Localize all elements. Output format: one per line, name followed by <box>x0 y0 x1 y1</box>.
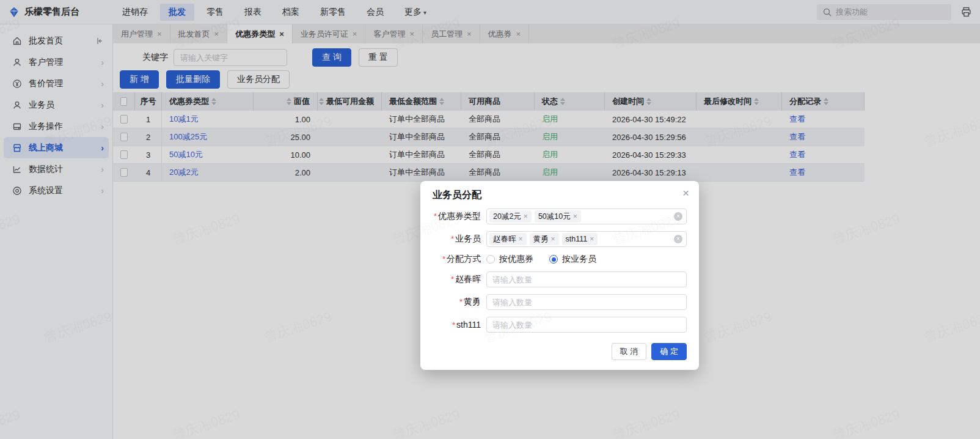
selected-tag: 黄勇× <box>530 233 559 245</box>
confirm-button[interactable]: 确 定 <box>651 343 687 360</box>
required-asterisk: * <box>451 234 454 243</box>
field-label: *sth111 <box>433 320 486 330</box>
assign-method-radio-group: 按优惠券 按业务员 <box>486 254 687 265</box>
required-asterisk: * <box>434 212 437 221</box>
remove-tag-icon[interactable]: × <box>590 235 594 243</box>
tag-label: 赵春晖 <box>493 234 516 245</box>
required-asterisk: * <box>451 275 454 284</box>
qty-field-row: *赵春晖 <box>433 271 687 287</box>
required-asterisk: * <box>442 254 445 264</box>
field-label: *业务员 <box>433 234 486 245</box>
field-label: *赵春晖 <box>433 274 486 285</box>
coupon-type-field-row: *优惠券类型 20减2元× 50减10元× × <box>433 208 687 224</box>
assign-method-field-row: *分配方式 按优惠券 按业务员 <box>433 254 687 265</box>
close-icon[interactable]: × <box>682 187 689 199</box>
radio-icon <box>486 255 495 264</box>
tag-label: 20减2元 <box>493 212 521 222</box>
dialog-footer: 取 消 确 定 <box>433 343 687 360</box>
radio-label: 按业务员 <box>562 254 596 265</box>
qty-input-huangyong[interactable] <box>486 294 687 310</box>
required-asterisk: * <box>452 320 455 330</box>
tag-label: 黄勇 <box>533 234 549 245</box>
tag-label: 50减10元 <box>538 212 571 222</box>
remove-tag-icon[interactable]: × <box>551 235 555 243</box>
selected-tag: 50减10元× <box>535 210 581 223</box>
radio-checked-icon <box>549 255 558 264</box>
selected-tag: sth111× <box>562 233 598 245</box>
field-label: *分配方式 <box>433 254 486 265</box>
qty-field-row: *黄勇 <box>433 294 687 310</box>
required-asterisk: * <box>459 297 463 306</box>
remove-tag-icon[interactable]: × <box>519 235 523 243</box>
remove-tag-icon[interactable]: × <box>573 212 577 221</box>
qty-input-zhaochunhui[interactable] <box>486 271 687 287</box>
selected-tag: 20减2元× <box>489 210 532 223</box>
cancel-button[interactable]: 取 消 <box>612 343 647 360</box>
tag-label: sth111 <box>566 235 588 243</box>
field-label: *黄勇 <box>433 297 486 308</box>
field-label: *优惠券类型 <box>433 211 486 222</box>
salesman-multiselect[interactable]: 赵春晖× 黄勇× sth111× × <box>486 231 687 247</box>
coupon-type-multiselect[interactable]: 20减2元× 50减10元× × <box>486 208 687 224</box>
clear-all-icon[interactable]: × <box>674 212 682 221</box>
radio-by-coupon[interactable]: 按优惠券 <box>486 254 533 265</box>
radio-label: 按优惠券 <box>499 254 533 265</box>
radio-by-salesman[interactable]: 按业务员 <box>549 254 596 265</box>
salesman-assign-dialog: 业务员分配 × *优惠券类型 20减2元× 50减10元× × *业务员 赵春晖… <box>420 181 699 370</box>
clear-all-icon[interactable]: × <box>674 235 682 243</box>
salesman-field-row: *业务员 赵春晖× 黄勇× sth111× × <box>433 231 687 247</box>
selected-tag: 赵春晖× <box>489 233 527 245</box>
qty-input-sth111[interactable] <box>486 317 687 333</box>
qty-field-row: *sth111 <box>433 317 687 333</box>
remove-tag-icon[interactable]: × <box>524 212 528 221</box>
dialog-title: 业务员分配 <box>433 189 687 202</box>
